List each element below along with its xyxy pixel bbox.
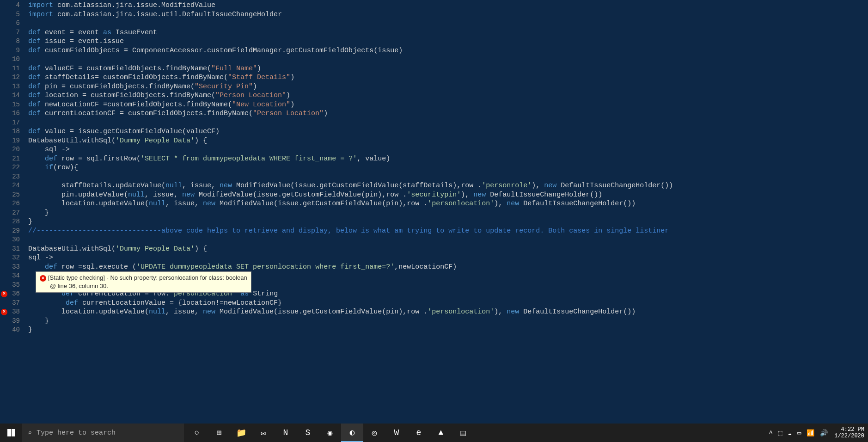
line-number: 7 <box>0 28 20 37</box>
code-line[interactable]: def currentLocationCF = customFieldObjec… <box>28 109 868 118</box>
line-number: 14 <box>0 91 20 100</box>
line-number: 6 <box>0 19 20 28</box>
line-number: 5 <box>0 10 20 19</box>
code-line[interactable]: } <box>28 325 868 335</box>
line-number: 29 <box>0 227 20 236</box>
line-number: 30 <box>0 235 20 245</box>
line-number: 34 <box>0 271 20 281</box>
line-number: 31 <box>0 245 20 254</box>
code-line[interactable]: pin.updateValue(null, issue, new Modifie… <box>28 190 868 200</box>
code-line[interactable]: } <box>28 217 868 227</box>
line-gutter: 4567891011121314151617181920212223242526… <box>0 0 25 424</box>
line-number: 20 <box>0 145 20 154</box>
code-line[interactable] <box>28 118 868 128</box>
line-number: 23 <box>0 172 20 182</box>
code-line[interactable]: } <box>28 317 868 326</box>
code-line[interactable] <box>28 55 868 64</box>
code-line[interactable]: sql -> <box>28 145 868 154</box>
line-number: 13 <box>0 82 20 92</box>
line-number: 21 <box>0 154 20 164</box>
code-line[interactable]: DatabaseUtil.withSql('Dummy People Data'… <box>28 245 868 254</box>
line-number: 10 <box>0 55 20 64</box>
code-line[interactable]: def issue = event.issue <box>28 37 868 46</box>
code-line[interactable]: import com.atlassian.jira.issue.Modified… <box>28 1 868 10</box>
error-tooltip: ×[Static type checking] - No such proper… <box>36 271 251 293</box>
code-line[interactable]: location.updateValue(null, issue, new Mo… <box>28 307 868 317</box>
code-area[interactable]: import com.atlassian.jira.issue.Modified… <box>25 0 868 424</box>
error-icon: × <box>40 275 46 282</box>
line-number: 35 <box>0 281 20 290</box>
line-number: 12 <box>0 73 20 82</box>
line-number: 32 <box>0 253 20 263</box>
line-number: 9 <box>0 46 20 55</box>
error-marker-icon[interactable]: × <box>1 309 7 315</box>
code-line[interactable]: sql -> <box>28 253 868 263</box>
code-line[interactable]: location.updateValue(null, issue, new Mo… <box>28 199 868 209</box>
code-line[interactable]: def valueCF = customFieldObjects.findByN… <box>28 64 868 74</box>
code-line[interactable]: def value = issue.getCustomFieldValue(va… <box>28 127 868 136</box>
line-number: 11 <box>0 64 20 74</box>
line-number: 18 <box>0 127 20 136</box>
code-line[interactable]: if(row){ <box>28 163 868 172</box>
line-number: 25 <box>0 190 20 200</box>
code-line[interactable]: def staffDetails= customFieldObjects.fin… <box>28 73 868 82</box>
line-number: 15 <box>0 100 20 110</box>
tooltip-location: @ line 36, column 30. <box>50 282 108 289</box>
code-line[interactable]: def row =sql.execute ('UPDATE dummypeopl… <box>28 263 868 272</box>
line-number: 16 <box>0 109 20 118</box>
code-line[interactable]: //------------------------------above co… <box>28 227 868 236</box>
error-marker-icon[interactable]: × <box>1 291 7 297</box>
line-number: 40 <box>0 325 20 335</box>
line-number: 8 <box>0 37 20 46</box>
code-line[interactable] <box>28 172 868 182</box>
code-line[interactable]: } <box>28 209 868 218</box>
line-number: 28 <box>0 217 20 227</box>
line-number: 27 <box>0 209 20 218</box>
tooltip-message: [Static type checking] - No such propert… <box>48 274 247 281</box>
line-number: 24 <box>0 181 20 190</box>
code-line[interactable]: staffDetails.updateValue(null, issue, ne… <box>28 181 868 190</box>
code-line[interactable]: def location = customFieldObjects.findBy… <box>28 91 868 100</box>
line-number: 37 <box>0 299 20 308</box>
line-number: 4 <box>0 1 20 10</box>
line-number: 39 <box>0 317 20 326</box>
code-line[interactable]: DatabaseUtil.withSql('Dummy People Data'… <box>28 136 868 146</box>
code-line[interactable]: def customFieldObjects = ComponentAccess… <box>28 46 868 55</box>
line-number: 19 <box>0 136 20 146</box>
code-line[interactable]: def event = event as IssueEvent <box>28 28 868 37</box>
line-number: 17 <box>0 118 20 128</box>
code-line[interactable]: def row = sql.firstRow('SELECT * from du… <box>28 154 868 164</box>
code-line[interactable]: def pin = customFieldObjects.findByName(… <box>28 82 868 92</box>
line-number: 22 <box>0 163 20 172</box>
code-line[interactable] <box>28 235 868 245</box>
code-line[interactable]: import com.atlassian.jira.issue.util.Def… <box>28 10 868 19</box>
code-line[interactable]: def newLocationCF =customFieldObjects.fi… <box>28 100 868 110</box>
line-number: 33 <box>0 263 20 272</box>
code-editor[interactable]: 4567891011121314151617181920212223242526… <box>0 0 868 424</box>
code-line[interactable] <box>28 19 868 28</box>
code-line[interactable]: def currentLocationValue = {location!=ne… <box>28 299 868 308</box>
line-number: 26 <box>0 199 20 209</box>
